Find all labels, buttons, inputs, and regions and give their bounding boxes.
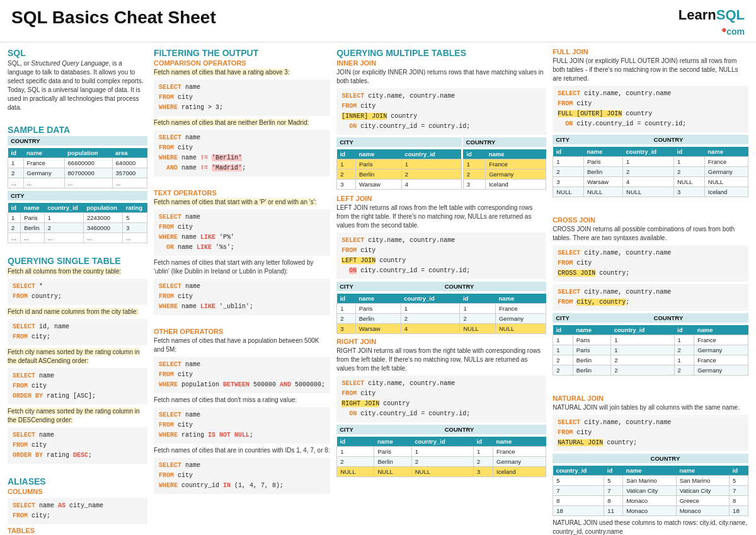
other-operators-title: OTHER OPERATORS [154,328,330,335]
qst-desc-2: Fetch id and name columns from the city … [8,308,147,316]
text-code-1: SELECT name FROM city WHERE name LIKE 'P… [154,209,330,256]
filter-code-1: SELECT name FROM city WHERE rating > 3; [154,79,330,116]
ij-country-table: idname 1France 2Germany 3Iceland [463,149,546,190]
col-country-id: country_id [44,203,83,213]
right-join-table-wrap: CITY COUNTRY idnamecountry_ididname 1Par… [336,425,546,477]
col-name: name [21,203,45,213]
cross-join-title: CROSS JOIN [553,216,748,224]
table-row: 1Paris12Germany [553,345,748,355]
country-table-label: COUNTRY [8,136,147,146]
filter-code-2: SELECT name FROM city WHERE name != 'Ber… [154,130,330,176]
col-id: id [8,148,24,158]
table-row: 1811MonacoMonaco18 [553,506,748,516]
filtering-title: FILTERING THE OUTPUT [154,48,330,58]
comparison-title: COMPARISON OPERATORS [154,59,330,67]
logo: LearnSQL •com [679,8,745,38]
table-row: NULLNULLNULL3Iceland [337,467,546,477]
col-rating: rating [123,203,147,213]
cross-join-code-1: SELECT city.name, country.name FROM city… [553,245,748,282]
table-row: 3Iceland [463,180,546,190]
columns-title: COLUMNS [8,488,147,495]
full-join-title: FULL JOIN [553,48,748,55]
full-join-result-table: idnamecountry_ididname 1Paris11France 2B… [553,147,748,197]
other-desc-1: Fetch names of cities that have a popula… [154,337,330,354]
text-desc-2: Fetch names of cities that start with an… [154,258,330,276]
table-row: 77Vatican CityVatican City7 [553,486,748,496]
natural-join-desc: NATURAL JOIN will join tables by all col… [553,403,748,412]
col-2: FILTERING THE OUTPUT COMPARISON OPERATOR… [154,48,330,535]
table-row: 1Paris122430005 [8,213,147,223]
sql-description: SQL, or Structured Query Language, is a … [8,59,147,112]
aliases-columns-code: SELECT name AS city_name FROM city; [8,498,147,524]
left-join-result-table: idnamecountry_ididname 1Paris11France 2B… [336,294,546,334]
querying-multiple-section: QUERYING MULTIPLE TABLES INNER JOIN JOIN… [336,48,546,480]
qst-code-3: SELECT name FROM city ORDER BY rating [A… [8,368,147,405]
text-desc-1: Fetch names of cities that start with a … [154,198,330,207]
table-row: 3Warsaw4 [337,180,462,190]
other-code-2: SELECT name FROM city WHERE rating IS NO… [154,407,330,444]
filtering-section: FILTERING THE OUTPUT COMPARISON OPERATOR… [154,48,330,179]
table-row: 2Berlin22Germany [553,167,748,177]
col-population: population [64,148,112,158]
text-operators-section: TEXT OPERATORS Fetch names of cities tha… [154,189,330,318]
table-row: 2Berlin21France [553,355,748,365]
qst-code-4: SELECT name FROM city ORDER BY rating DE… [8,427,147,464]
qst-code-2: SELECT id, name FROM city; [8,319,147,345]
filter-desc-2: Fetch names of cities that are neither B… [154,118,330,127]
natural-join-note: NATURAL JOIN used these columns to match… [553,519,748,535]
table-row: 88MonacoGreece8 [553,496,748,506]
sql-section: SQL SQL, or Structured Query Language, i… [8,48,147,115]
inner-join-code: SELECT city.name, country.name FROM city… [336,88,546,135]
table-row: ............ [8,178,147,188]
other-code-3: SELECT name FROM city WHERE country_id I… [154,457,330,494]
left-join-code: SELECT city.name, country.name FROM city… [336,233,546,279]
natural-join-code: SELECT city.name, country.name FROM city… [553,415,748,451]
querying-single-title: QUERYING SINGLE TABLE [8,256,147,266]
tables-title: TABLES [8,527,147,534]
table-row: 1France [463,159,546,170]
text-code-2: SELECT name FROM city WHERE name LIKE '_… [154,279,330,315]
table-row: 2Berlin22Germany [337,457,546,467]
col-3: QUERYING MULTIPLE TABLES INNER JOIN JOIN… [336,48,546,535]
inner-join-title: INNER JOIN [336,59,546,67]
qst-desc-3: Fetch city names sorted by the rating co… [8,348,147,365]
left-join-table-wrap: CITY COUNTRY idnamecountry_ididname 1Par… [336,282,546,334]
table-row: 2Germany [463,170,546,180]
left-join-desc: LEFT JOIN returns all rows from the left… [336,204,546,230]
table-row: 2Berlin234600003 [8,223,147,233]
ij-city-table: idnamecountry_id 1Paris1 2Berlin2 3Warsa… [336,149,462,190]
table-row: 1Paris11France [337,447,546,457]
logo-sql: SQL [716,7,745,23]
right-join-code: SELECT city.name, country.name FROM city… [336,376,546,422]
table-row: 2Berlin2 [337,170,462,180]
inner-join-city: CITY idnamecountry_id 1Paris1 2Berlin2 3… [336,137,462,192]
full-join-code: SELECT city.name, country.name FROM city… [553,86,748,132]
text-operators-title: TEXT OPERATORS [154,189,330,197]
right-join-title: RIGHT JOIN [336,338,546,345]
cross-join-desc: CROSS JOIN returns all possible combinat… [553,225,748,243]
qst-desc-4: Fetch city names sorted by the rating co… [8,407,147,425]
other-desc-3: Fetch names of cities that are in countr… [154,446,330,455]
table-row: 2Germany80700000357000 [8,168,147,178]
table-row: 3Warsaw4NULLNULL [337,324,546,334]
content: SQL SQL, or Structured Query Language, i… [0,43,756,535]
table-row: 1Paris11France [553,335,748,345]
qst-code-1: SELECT * FROM country; [8,279,147,305]
table-row: 1Paris11France [337,304,546,314]
cross-join-section: CROSS JOIN CROSS JOIN returns all possib… [553,216,748,378]
table-row: NULLNULLNULL3Iceland [553,187,748,197]
header: SQL Basics Cheat Sheet LearnSQL •com [0,0,756,43]
col-4: FULL JOIN FULL JOIN (or explicitly FULL … [553,48,748,535]
table-row: 1Paris1 [337,159,462,170]
inner-join-country: COUNTRY idname 1France 2Germany 3Iceland [463,137,546,192]
table-row: ............... [8,233,147,243]
filter-desc-1: Fetch names of cities that have a rating… [154,68,330,77]
city-table: id name country_id population rating 1Pa… [8,203,147,243]
col-area: area [112,148,147,158]
col-1: SQL SQL, or Structured Query Language, i… [8,48,147,535]
querying-multiple-title: QUERYING MULTIPLE TABLES [336,48,546,58]
querying-single-section: QUERYING SINGLE TABLE Fetch all columns … [8,256,147,466]
cross-join-code-2: SELECT city.name, country.name FROM city… [553,284,748,311]
sample-data-section: SAMPLE DATA COUNTRY id name population a… [8,125,147,246]
cross-join-table-wrap: CITY COUNTRY idnamecountry_ididname 1Par… [553,313,748,376]
